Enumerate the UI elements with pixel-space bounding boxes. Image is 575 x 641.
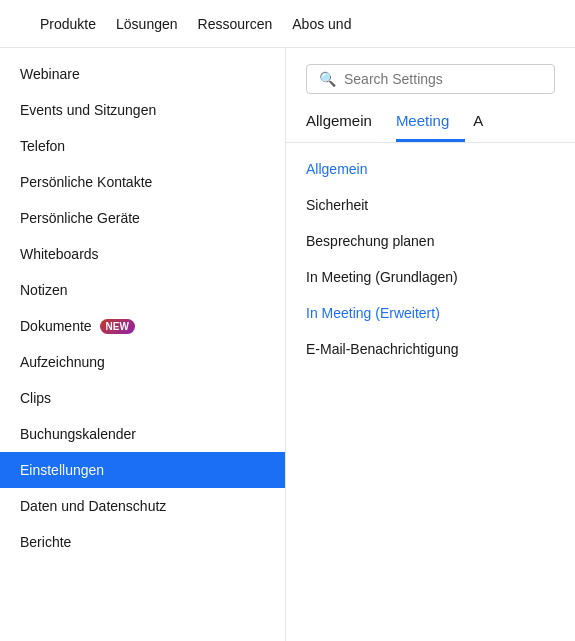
settings-menu-item-besprechung-planen[interactable]: Besprechung planen: [286, 223, 575, 259]
sidebar-item-events-sitzungen[interactable]: Events und Sitzungen: [0, 92, 285, 128]
sidebar-item-label: Aufzeichnung: [20, 354, 105, 370]
sidebar-item-label: Notizen: [20, 282, 67, 298]
sidebar-item-label: Buchungskalender: [20, 426, 136, 442]
settings-menu-item-email-benachrichtigung[interactable]: E-Mail-Benachrichtigung: [286, 331, 575, 367]
sidebar: WebinareEvents und SitzungenTelefonPersö…: [0, 48, 286, 641]
search-input-wrap[interactable]: 🔍: [306, 64, 555, 94]
main-layout: WebinareEvents und SitzungenTelefonPersö…: [0, 48, 575, 641]
sidebar-item-persoenliche-kontakte[interactable]: Persönliche Kontakte: [0, 164, 285, 200]
top-navigation: ProdukteLösungenRessourcenAbos und: [0, 0, 575, 48]
search-bar: 🔍: [286, 48, 575, 102]
sidebar-item-telefon[interactable]: Telefon: [0, 128, 285, 164]
sidebar-item-label: Einstellungen: [20, 462, 104, 478]
sidebar-item-einstellungen[interactable]: Einstellungen: [0, 452, 285, 488]
settings-menu-item-in-meeting-grundlagen[interactable]: In Meeting (Grundlagen): [286, 259, 575, 295]
sidebar-item-daten-datenschutz[interactable]: Daten und Datenschutz: [0, 488, 285, 524]
sidebar-item-label: Dokumente: [20, 318, 92, 334]
sidebar-item-label: Clips: [20, 390, 51, 406]
nav-link-produkte[interactable]: Produkte: [40, 16, 96, 32]
nav-link-lösungen[interactable]: Lösungen: [116, 16, 178, 32]
nav-link-ressourcen[interactable]: Ressourcen: [198, 16, 273, 32]
sidebar-item-whiteboards[interactable]: Whiteboards: [0, 236, 285, 272]
settings-tabs: AllgemeinMeetingA: [286, 102, 575, 143]
content-area: 🔍 AllgemeinMeetingA AllgemeinSicherheitB…: [286, 48, 575, 641]
sidebar-item-label: Berichte: [20, 534, 71, 550]
sidebar-item-berichte[interactable]: Berichte: [0, 524, 285, 560]
tab-more[interactable]: A: [473, 102, 499, 142]
sidebar-item-label: Telefon: [20, 138, 65, 154]
settings-menu-item-sicherheit[interactable]: Sicherheit: [286, 187, 575, 223]
sidebar-item-label: Events und Sitzungen: [20, 102, 156, 118]
sidebar-item-label: Webinare: [20, 66, 80, 82]
settings-menu: AllgemeinSicherheitBesprechung planenIn …: [286, 143, 575, 375]
sidebar-item-dokumente[interactable]: DokumenteNEW: [0, 308, 285, 344]
sidebar-item-persoenliche-geraete[interactable]: Persönliche Geräte: [0, 200, 285, 236]
settings-menu-item-allgemein[interactable]: Allgemein: [286, 151, 575, 187]
search-icon: 🔍: [319, 71, 336, 87]
sidebar-item-label: Persönliche Geräte: [20, 210, 140, 226]
settings-menu-item-in-meeting-erweitert[interactable]: In Meeting (Erweitert): [286, 295, 575, 331]
sidebar-item-aufzeichnung[interactable]: Aufzeichnung: [0, 344, 285, 380]
badge-new: NEW: [100, 319, 135, 334]
sidebar-item-label: Whiteboards: [20, 246, 99, 262]
sidebar-item-label: Persönliche Kontakte: [20, 174, 152, 190]
sidebar-item-label: Daten und Datenschutz: [20, 498, 166, 514]
tab-allgemein[interactable]: Allgemein: [306, 102, 388, 142]
sidebar-item-notizen[interactable]: Notizen: [0, 272, 285, 308]
sidebar-item-webinare[interactable]: Webinare: [0, 56, 285, 92]
nav-link-abos-und[interactable]: Abos und: [292, 16, 351, 32]
sidebar-item-buchungskalender[interactable]: Buchungskalender: [0, 416, 285, 452]
sidebar-item-clips[interactable]: Clips: [0, 380, 285, 416]
nav-links: ProdukteLösungenRessourcenAbos und: [40, 16, 351, 32]
tab-meeting[interactable]: Meeting: [396, 102, 465, 142]
search-input[interactable]: [344, 71, 542, 87]
